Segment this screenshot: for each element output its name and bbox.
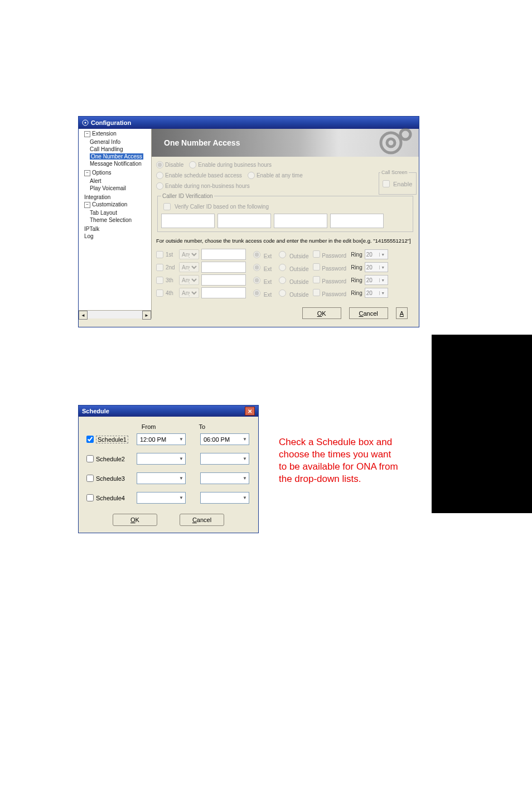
gear-icon [82,119,89,126]
tree-item-tab-layout[interactable]: Tab Layout [90,209,151,216]
schedule2-to-select[interactable]: ▼ [200,453,249,465]
schedule1-checkbox[interactable]: Schedule1 [86,436,137,443]
call-screen-enable[interactable]: Enable [380,178,415,189]
schedule2-checkbox[interactable]: Schedule2 [86,455,137,462]
schedule3-from-select[interactable]: ▼ [137,472,186,484]
schedule-row-2: Schedule2 ▼ ▼ [86,453,250,465]
tree-item-iptalk[interactable]: IPTalk [84,225,151,233]
radio-enable-any[interactable]: Enable at any time [248,172,303,179]
svg-point-2 [381,133,401,153]
tree-collapse-icon[interactable]: − [84,202,90,208]
tree-item-call-handling[interactable]: Call Handling [90,146,151,153]
row4-trunk-select[interactable]: Any [179,288,199,298]
row1-number-input[interactable] [201,249,246,260]
scroll-right-icon[interactable]: ► [142,311,151,320]
schedule3-to-select[interactable]: ▼ [200,472,249,484]
tree-item-log[interactable]: Log [84,233,151,240]
caller-id-field-3[interactable] [274,214,327,228]
schedule-dialog-buttons: OK Cancel [86,511,250,533]
tree-item-options[interactable]: Options [92,170,111,176]
schedule3-checkbox[interactable]: Schedule3 [86,475,137,482]
dialog-buttons: OK Cancel A [156,302,414,322]
row2-ring-select[interactable]: 20▼ [365,262,388,272]
tree-item-integration[interactable]: Integration [84,194,151,201]
radio-disable[interactable]: Disable [156,161,183,168]
verify-label: Verify Caller ID based on the following [175,204,269,210]
schedule2-from-select[interactable]: ▼ [137,453,186,465]
nav-tree[interactable]: −Extension General Info Call Handling On… [79,129,152,318]
tree-item-play-voicemail[interactable]: Play Voicemail [90,185,151,192]
svg-point-4 [400,129,410,139]
row4-ring-select[interactable]: 20▼ [365,288,388,298]
access-mode-radios: Disable Enable during business hours Ena… [156,161,340,190]
scroll-left-icon[interactable]: ◄ [79,311,88,320]
to-header: To [199,423,250,430]
caller-id-field-2[interactable] [217,214,271,228]
apply-button[interactable]: A [396,307,408,319]
tree-item-customization[interactable]: Customization [92,201,127,207]
tree-scrollbar[interactable]: ◄ ► [79,310,151,318]
row1-checkbox[interactable] [156,251,163,258]
tree-item-extension[interactable]: Extension [92,131,117,137]
row3-password[interactable]: Password [313,276,346,284]
tree-collapse-icon[interactable]: − [84,131,90,137]
row3-radio-ext[interactable]: Ext [250,275,272,285]
row2-trunk-select[interactable]: Any [179,262,199,272]
schedule4-checkbox[interactable]: Schedule4 [86,494,137,501]
row4-ordinal: 4th [166,290,177,296]
row4-number-input[interactable] [201,287,246,298]
row3-radio-outside[interactable]: Outside [276,275,308,285]
tree-item-message-notification[interactable]: Message Notification [90,160,151,167]
svg-point-1 [85,122,86,124]
banner-cog-icon [374,128,413,158]
row4-password[interactable]: Password [313,289,346,297]
row2-number-input[interactable] [201,262,246,273]
row2-radio-ext[interactable]: Ext [250,262,272,272]
schedule4-to-select[interactable]: ▼ [200,492,249,504]
schedule1-to-select[interactable]: 06:00 PM▼ [200,433,249,445]
row2-radio-outside[interactable]: Outside [276,262,308,272]
caller-id-field-1[interactable] [161,214,215,228]
schedule4-from-select[interactable]: ▼ [137,492,186,504]
tree-item-theme-selection[interactable]: Theme Selection [90,216,151,224]
row1-ordinal: 1st [166,252,177,258]
radio-enable-bh[interactable]: Enable during business hours [189,161,272,168]
radio-enable-sched[interactable]: Enable schedule based access [156,172,242,179]
row1-radio-ext[interactable]: Ext [250,249,272,259]
one-number-access-pane: One Number Access Disable Enable during … [152,129,419,327]
tree-collapse-icon[interactable]: − [84,170,90,176]
row4-ring-label: Ring [351,290,362,296]
caller-id-legend: Caller ID Verification [161,193,214,199]
caller-id-field-4[interactable] [330,214,384,228]
row1-trunk-select[interactable]: Any [179,249,199,259]
radio-enable-nbh[interactable]: Enable during non-business hours [156,182,250,190]
row2-checkbox[interactable] [156,264,163,271]
row1-ring-label: Ring [351,252,362,258]
verify-checkbox[interactable] [163,203,171,210]
scroll-track[interactable] [88,311,142,318]
schedule1-from-select[interactable]: 12:00 PM▼ [137,433,186,445]
close-icon[interactable]: ✕ [245,407,255,416]
schedule-title-bar: Schedule ✕ [79,405,258,417]
row3-checkbox[interactable] [156,277,163,284]
row4-checkbox[interactable] [156,289,163,297]
row4-radio-ext[interactable]: Ext [250,288,272,298]
cancel-button[interactable]: Cancel [349,307,388,319]
row3-trunk-select[interactable]: Any [179,275,199,285]
row1-ring-select[interactable]: 20▼ [365,249,388,259]
forward-row-3: 3th Any Ext Outside Password Ring 20▼ [156,274,414,286]
ok-button[interactable]: OK [302,307,341,319]
call-screen-legend: Call Screen [380,170,409,175]
row3-number-input[interactable] [201,274,246,286]
row4-radio-outside[interactable]: Outside [276,288,308,298]
tree-item-alert[interactable]: Alert [90,177,151,185]
tree-item-general-info[interactable]: General Info [90,138,151,146]
tree-item-one-number-access[interactable]: One Number Access [90,153,143,160]
schedule-row-3: Schedule3 ▼ ▼ [86,472,250,484]
schedule-ok-button[interactable]: OK [113,514,157,526]
row2-password[interactable]: Password [313,263,346,272]
row1-password[interactable]: Password [313,250,346,259]
row3-ring-select[interactable]: 20▼ [365,275,388,285]
row1-radio-outside[interactable]: Outside [276,249,308,259]
schedule-cancel-button[interactable]: Cancel [180,514,224,526]
